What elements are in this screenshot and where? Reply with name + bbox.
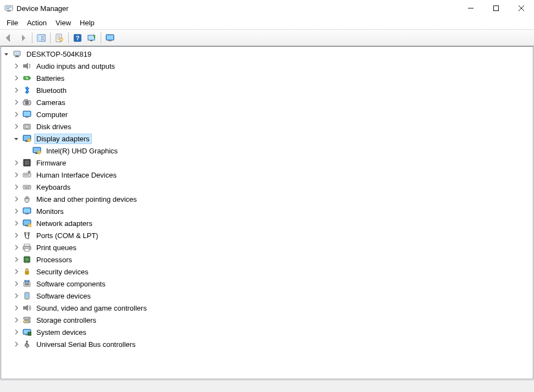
tree-node[interactable]: Network adapters <box>2 217 532 229</box>
tree-node[interactable]: Keyboards <box>2 181 532 193</box>
tree-node[interactable]: Ports (COM & LPT) <box>2 229 532 241</box>
device-tree[interactable]: DESKTOP-504K819Audio inputs and outputsB… <box>1 46 533 379</box>
expander-open-icon[interactable] <box>2 49 11 58</box>
expander-closed-icon[interactable] <box>12 267 21 276</box>
tree-node[interactable]: Disk drives <box>2 120 532 132</box>
expander-closed-icon[interactable] <box>12 170 21 179</box>
toolbar-show-hide-tree-button[interactable] <box>35 31 48 45</box>
tree-node[interactable]: Software devices <box>2 290 532 302</box>
tree-node-label[interactable]: Storage controllers <box>34 315 98 325</box>
maximize-button[interactable] <box>483 0 509 16</box>
tree-node-label[interactable]: Firmware <box>34 158 68 168</box>
svg-rect-9 <box>37 35 40 41</box>
expander-closed-icon[interactable] <box>12 303 21 312</box>
expander-closed-icon[interactable] <box>12 291 21 300</box>
tree-node-label[interactable]: Human Interface Devices <box>34 170 119 180</box>
menu-view[interactable]: View <box>51 18 75 28</box>
tree-node-label[interactable]: Ports (COM & LPT) <box>34 230 101 241</box>
expander-closed-icon[interactable] <box>12 122 21 131</box>
expander-closed-icon[interactable] <box>12 207 21 216</box>
tree-node-label[interactable]: Sound, video and game controllers <box>34 303 149 313</box>
tree-node-label[interactable]: Display adapters <box>34 134 92 144</box>
toolbar-back-button[interactable] <box>2 31 15 45</box>
computer-icon <box>12 49 22 59</box>
tree-node-label[interactable]: Monitors <box>34 206 66 217</box>
expander-closed-icon[interactable] <box>12 243 21 252</box>
expander-closed-icon[interactable] <box>12 316 21 324</box>
minimize-button[interactable] <box>458 0 483 16</box>
tree-node[interactable]: Software components <box>2 278 532 290</box>
expander-open-icon[interactable] <box>12 134 21 143</box>
expander-closed-icon[interactable] <box>12 279 21 288</box>
device-manager-icon <box>4 4 13 13</box>
cpu-icon <box>22 255 32 264</box>
toolbar-help-button[interactable]: ? <box>71 31 84 45</box>
expander-closed-icon[interactable] <box>12 231 21 240</box>
expander-closed-icon[interactable] <box>12 86 21 95</box>
tree-node[interactable]: Cameras <box>2 96 532 108</box>
tree-node-label[interactable]: System devices <box>34 327 89 338</box>
tree-node[interactable]: Storage controllers <box>2 314 532 326</box>
expander-closed-icon[interactable] <box>12 255 21 264</box>
menu-action[interactable]: Action <box>23 18 51 28</box>
menu-help[interactable]: Help <box>75 18 99 28</box>
tree-node[interactable]: Universal Serial Bus controllers <box>2 338 532 350</box>
tree-node[interactable]: Display adapters <box>2 132 532 145</box>
tree-node-label[interactable]: Mice and other pointing devices <box>34 194 139 205</box>
tree-node[interactable]: Print queues <box>2 241 532 253</box>
tree-node[interactable]: Sound, video and game controllers <box>2 302 532 314</box>
toolbar-properties-button[interactable] <box>53 31 66 45</box>
expander-closed-icon[interactable] <box>12 219 21 228</box>
close-button[interactable] <box>509 0 534 16</box>
svg-rect-21 <box>90 40 92 41</box>
expander-closed-icon[interactable] <box>12 110 21 119</box>
tree-node[interactable]: Computer <box>2 108 532 120</box>
menu-file[interactable]: File <box>2 18 23 28</box>
tree-node[interactable]: DESKTOP-504K819 <box>2 48 532 60</box>
toolbar-scan-hardware-button[interactable] <box>85 31 98 45</box>
tree-node[interactable]: Human Interface Devices <box>2 169 532 181</box>
svg-point-17 <box>59 38 63 41</box>
expander-closed-icon[interactable] <box>12 74 21 82</box>
tree-node[interactable]: System devices <box>2 326 532 338</box>
tree-node-label[interactable]: Bluetooth <box>34 85 69 96</box>
tree-node-label[interactable]: Print queues <box>34 242 79 253</box>
tree-node-label[interactable]: Network adapters <box>34 218 95 229</box>
tree-node-label[interactable]: Cameras <box>34 97 68 108</box>
tree-node-label[interactable]: Security devices <box>34 267 91 277</box>
tree-node-label[interactable]: Disk drives <box>34 122 74 132</box>
window-title: Device Manager <box>16 4 458 13</box>
tree-node-label[interactable]: Batteries <box>34 73 67 84</box>
tree-node[interactable]: Monitors <box>2 205 532 217</box>
tree-node[interactable]: Bluetooth <box>2 84 532 96</box>
expander-closed-icon[interactable] <box>12 328 21 336</box>
tree-node-label[interactable]: Software components <box>34 279 108 289</box>
toolbar-forward-button[interactable] <box>16 31 30 45</box>
display-icon <box>22 134 32 143</box>
toolbar-monitor-button[interactable] <box>103 31 117 45</box>
tree-node-label[interactable]: DESKTOP-504K819 <box>24 49 93 59</box>
tree-node[interactable]: Intel(R) UHD Graphics <box>2 145 532 157</box>
expander-closed-icon[interactable] <box>12 62 21 70</box>
computer-monitor-icon <box>22 109 32 119</box>
tree-node-label[interactable]: Software devices <box>34 291 93 301</box>
svg-rect-5 <box>494 6 499 11</box>
tree-node[interactable]: Firmware <box>2 157 532 169</box>
tree-node[interactable]: Audio inputs and outputs <box>2 60 532 72</box>
expander-closed-icon[interactable] <box>12 340 21 349</box>
tree-node-label[interactable]: Intel(R) UHD Graphics <box>44 146 120 156</box>
tree-node[interactable]: Processors <box>2 253 532 266</box>
expander-closed-icon[interactable] <box>12 183 21 191</box>
tree-node-label[interactable]: Universal Serial Bus controllers <box>34 339 138 350</box>
expander-closed-icon[interactable] <box>12 98 21 107</box>
tree-node-label[interactable]: Keyboards <box>34 182 73 192</box>
tree-node[interactable]: Batteries <box>2 72 532 84</box>
expander-closed-icon[interactable] <box>12 195 21 203</box>
tree-node-label[interactable]: Audio inputs and outputs <box>34 61 117 71</box>
tree-node[interactable]: Security devices <box>2 266 532 278</box>
tree-node-label[interactable]: Computer <box>34 109 70 120</box>
tree-node[interactable]: Mice and other pointing devices <box>2 193 532 205</box>
tree-node-label[interactable]: Processors <box>34 255 74 265</box>
software-device-icon <box>22 291 32 301</box>
expander-closed-icon[interactable] <box>12 158 21 167</box>
